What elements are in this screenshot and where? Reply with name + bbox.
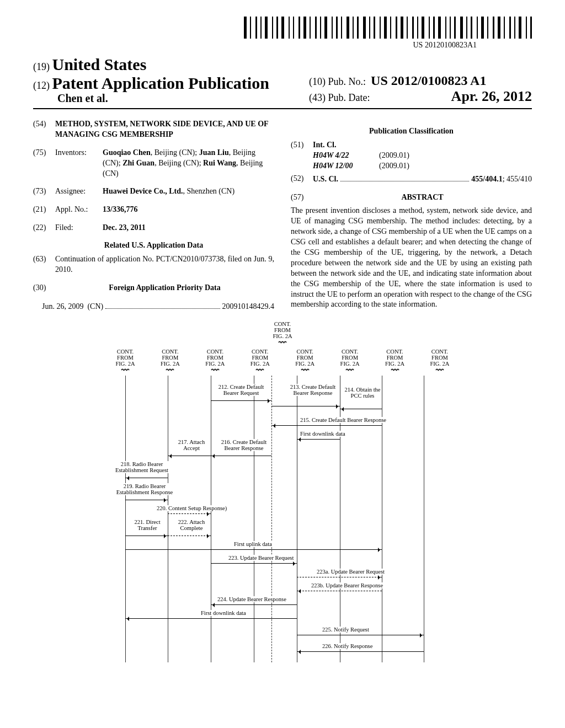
pubno: US 2012/0100823 A1 xyxy=(371,73,486,88)
foreign-date: Jun. 26, 2009 xyxy=(42,302,83,311)
cont-label: CONT.FROMFIG. 2A〰 xyxy=(331,349,369,375)
cont-label: CONT.FROMFIG. 2A〰 xyxy=(241,349,279,375)
cont-label: CONT.FROMFIG. 2A〰 xyxy=(286,349,324,375)
pubclass-heading: Publication Classification xyxy=(291,127,532,136)
arrow xyxy=(297,577,382,577)
uscl-value: 455/404.1; 455/410 xyxy=(471,174,532,185)
uscl-label: U.S. Cl. xyxy=(313,174,338,185)
cont-center: CONT.FROMFIG. 2A〰 xyxy=(106,321,459,347)
foreign-heading-row: (30) Foreign Application Priority Data xyxy=(33,283,274,293)
continuation-code: (63) xyxy=(33,254,55,275)
assignee-label: Assignee: xyxy=(55,186,103,197)
arrow xyxy=(340,409,382,409)
inventors-field: (75) Inventors: Guoqiao Chen, Beijing (C… xyxy=(33,148,274,179)
foreign-heading: Foreign Application Priority Data xyxy=(109,283,220,292)
arrow xyxy=(211,456,271,456)
intcl-row: H04W 4/22 (2009.01) xyxy=(313,151,532,161)
assignee-code: (73) xyxy=(33,186,55,197)
pubdate-line: (43) Pub. Date: Apr. 26, 2012 xyxy=(309,88,532,105)
arrow xyxy=(125,478,168,478)
applno-field: (21) Appl. No.: 13/336,776 xyxy=(33,205,274,215)
assignee-field: (73) Assignee: Huawei Device Co., Ltd., … xyxy=(33,186,274,197)
continuation-field: (63) Continuation of application No. PCT… xyxy=(33,254,274,275)
intcl-field: (51) Int. Cl. H04W 4/22 (2009.01) H04W 1… xyxy=(291,140,532,172)
pubno-line: (10) Pub. No.: US 2012/0100823 A1 xyxy=(309,73,532,88)
biblio-right: Publication Classification (51) Int. Cl.… xyxy=(291,119,532,311)
msg-213: 213. Create Default Bearer Response xyxy=(288,384,338,396)
cont-label: CONT.FROMFIG. 2A〰 xyxy=(196,349,234,375)
arrow xyxy=(168,456,211,456)
barcode-area: US 20120100823A1 xyxy=(33,17,532,50)
lane xyxy=(424,376,424,662)
uscl-code: (52) xyxy=(291,174,313,185)
abstract-code: (57) xyxy=(291,192,313,203)
applicant-line: Chen et al. xyxy=(57,92,292,105)
msg-219: 219. Radio Bearer Establishment Response xyxy=(111,483,178,495)
arrow xyxy=(297,439,340,440)
msg-217: 217. Attach Accept xyxy=(172,439,211,451)
continuation-value: Continuation of application No. PCT/CN20… xyxy=(55,254,274,275)
pubdate-prefix: (43) xyxy=(309,92,326,103)
arrow xyxy=(168,513,211,514)
msg-first-dl2: First downlink data xyxy=(200,610,247,616)
lanes: 212. Create Default Bearer Request 213. … xyxy=(106,376,459,662)
cont-label: CONT.FROMFIG. 2A〰 xyxy=(151,349,189,375)
msg-215: 215. Create Default Bearer Response xyxy=(299,417,387,423)
foreign-priority-line: Jun. 26, 2009 (CN) 200910148429.4 xyxy=(42,301,274,311)
msg-223a: 223a. Update Bearer Request xyxy=(316,569,386,575)
intcl-row: H04W 12/00 (2009.01) xyxy=(313,161,532,172)
foreign-code: (30) xyxy=(33,283,55,293)
lane xyxy=(271,376,272,662)
title: METHOD, SYSTEM, NETWORK SIDE DEVICE, AND… xyxy=(55,120,268,138)
arrow xyxy=(125,618,297,619)
msg-225: 225. Notify Request xyxy=(321,627,370,633)
pubdate-label: Pub. Date: xyxy=(328,92,370,103)
figure-wrap: CONT.FROMFIG. 2A〰 CONT.FROMFIG. 2A〰 CONT… xyxy=(33,321,532,662)
arrow xyxy=(125,549,382,550)
msg-212: 212. Create Default Bearer Request xyxy=(214,384,269,396)
msg-226: 226. Notify Response xyxy=(321,643,374,649)
inventors-label: Inventors: xyxy=(55,148,103,179)
intcl-ver: (2009.01) xyxy=(379,161,409,172)
applno-value: 13/336,776 xyxy=(103,205,137,213)
abstract-heading-row: (57) ABSTRACT xyxy=(291,192,532,203)
arrow xyxy=(125,536,168,536)
cont-row: CONT.FROMFIG. 2A〰 CONT.FROMFIG. 2A〰 CONT… xyxy=(106,349,459,375)
msg-218: 218. Radio Bearer Establishment Request xyxy=(111,461,172,473)
applno-code: (21) xyxy=(33,205,55,215)
filed-code: (22) xyxy=(33,223,55,233)
title-code: (54) xyxy=(33,119,55,140)
msg-223b: 223b. Update Bearer Response xyxy=(310,582,384,588)
intcl-class: H04W 12/00 xyxy=(313,161,379,172)
sequence-diagram: CONT.FROMFIG. 2A〰 CONT.FROMFIG. 2A〰 CONT… xyxy=(106,321,459,662)
foreign-num: 200910148429.4 xyxy=(222,302,275,311)
cont-label: CONT.FROMFIG. 2A〰 xyxy=(106,349,145,375)
cont-label: CONT.FROMFIG. 2A〰 xyxy=(420,349,459,375)
related-heading: Related U.S. Application Data xyxy=(33,241,274,250)
msg-222: 222. Attach Complete xyxy=(172,519,211,531)
cont-label: CONT.FROMFIG. 2A〰 xyxy=(376,349,414,375)
kind-line: (12) Patent Application Publication xyxy=(33,74,292,92)
intcl-code: (51) xyxy=(291,140,313,172)
msg-223: 223. Update Bearer Request xyxy=(227,555,295,561)
uscl-field: (52) U.S. Cl. 455/404.1; 455/410 xyxy=(291,174,532,185)
rule xyxy=(33,108,532,109)
arrow xyxy=(211,400,271,401)
title-field: (54) METHOD, SYSTEM, NETWORK SIDE DEVICE… xyxy=(33,119,274,140)
arrow xyxy=(297,651,424,652)
barcode xyxy=(244,17,532,39)
arrow xyxy=(271,425,382,426)
filed-value: Dec. 23, 2011 xyxy=(103,223,146,232)
pubno-label: Pub. No.: xyxy=(328,76,366,87)
arrow xyxy=(297,591,382,591)
inventors-code: (75) xyxy=(33,148,55,179)
msg-first-ul: First uplink data xyxy=(233,541,273,547)
biblio-left: (54) METHOD, SYSTEM, NETWORK SIDE DEVICE… xyxy=(33,119,274,311)
barcode-text: US 20120100823A1 xyxy=(413,41,477,50)
filed-field: (22) Filed: Dec. 23, 2011 xyxy=(33,223,274,233)
arrow xyxy=(168,536,211,536)
arrow xyxy=(297,635,424,635)
abstract-text: The present invention discloses a method… xyxy=(291,206,532,310)
intcl-ver: (2009.01) xyxy=(379,151,409,161)
msg-220: 220. Content Setup Response) xyxy=(156,505,228,511)
